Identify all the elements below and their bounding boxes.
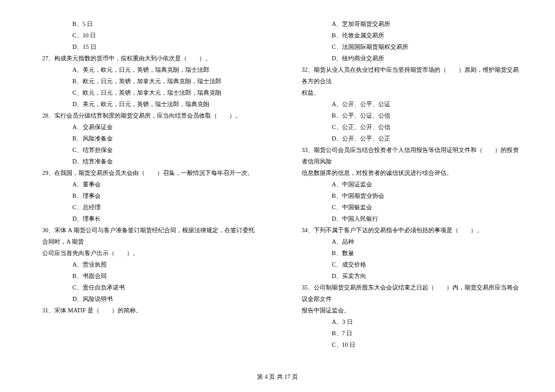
question-32-cont: 权益。 xyxy=(296,87,519,98)
option-text: D、中国人民银行 xyxy=(296,213,519,224)
question-35-cont: 报告中国证监会。 xyxy=(296,305,519,316)
option-text: C、结算担保金 xyxy=(36,144,259,156)
left-column: B、5 日 C、10 日 D、15 日 27、构成美元指数的货币中，按权重由大到… xyxy=(30,18,278,368)
option-text: D、买卖方向 xyxy=(296,270,519,282)
option-text: D、纽约商业交易所 xyxy=(296,52,519,64)
question-34: 34、下列不属于客户下达的交易指令中必须包括的事项是（ ）。 xyxy=(296,224,519,236)
question-28: 28、实行会员分级结算制度的期货交易所，应当向结算会员收取（ ）。 xyxy=(36,110,259,121)
option-text: A、3 日 xyxy=(296,316,519,327)
option-text: C、10 日 xyxy=(36,30,259,41)
question-32: 32、期货从业人员在执业过程中应当坚持期货市场的（ ）原则，维护期货交易各方的合… xyxy=(296,64,519,87)
option-text: B、欧元，日元，英镑，加拿大元，瑞典克朗，瑞士法郎 xyxy=(36,75,259,87)
page-content: B、5 日 C、10 日 D、15 日 27、构成美元指数的货币中，按权重由大到… xyxy=(30,18,525,368)
option-text: B、7 日 xyxy=(296,327,519,339)
option-text: C、责任自负承诺书 xyxy=(36,282,259,293)
option-text: B、公平、公证、公信 xyxy=(296,110,519,121)
question-35: 35、公司制期货交易所股东大会会议结束之日起（ ）内，期货交易所应当将会议全部文… xyxy=(296,282,519,305)
question-27: 27、构成美元指数的货币中，按权重由大到小依次是（ ）。 xyxy=(36,52,259,64)
option-text: C、总经理 xyxy=(36,201,259,213)
option-text: B、风险准备金 xyxy=(36,133,259,144)
option-text: B、理事会 xyxy=(36,190,259,201)
option-text: D、结算准备金 xyxy=(36,156,259,167)
option-text: C、欧元，日元，英镑，加拿大元，瑞士法郎，瑞典克朗 xyxy=(36,87,259,98)
option-text: D、风险说明书 xyxy=(36,293,259,305)
option-text: C、法国国际期货期权交易所 xyxy=(296,41,519,52)
question-31: 31、宋体 MATIF 是（ ）的简称。 xyxy=(36,305,259,316)
option-text: D、美元，欧元，日元，英镑，瑞士法郎，瑞典克朗 xyxy=(36,98,259,110)
option-text: B、5 日 xyxy=(36,18,259,30)
option-text: A、营业执照 xyxy=(36,259,259,270)
option-text: C、成交价格 xyxy=(296,259,519,270)
option-text: C、10 日 xyxy=(296,339,519,350)
option-text: B、中国期货业协会 xyxy=(296,190,519,201)
option-text: A、品种 xyxy=(296,236,519,247)
option-text: D、公开、公平、公正 xyxy=(296,133,519,144)
option-text: B、数量 xyxy=(296,247,519,259)
option-text: A、美元，欧元，日元，英镑，瑞典克朗，瑞士法郎 xyxy=(36,64,259,75)
right-column: A、芝加哥期货交易所 B、伦敦金属交易所 C、法国国际期货期权交易所 D、纽约商… xyxy=(278,18,525,368)
option-text: D、15 日 xyxy=(36,41,259,52)
option-text: B、伦敦金属交易所 xyxy=(296,30,519,41)
question-30-cont: 公司应当首先向客户出示（ ）。 xyxy=(36,247,259,259)
option-text: A、董事会 xyxy=(36,179,259,190)
option-text: C、公正、公开、公信 xyxy=(296,121,519,133)
question-33-cont: 信息数据库的信息，对投资者的诚信状况进行综合评估。 xyxy=(296,167,519,179)
option-text: D、理事长 xyxy=(36,213,259,224)
question-33: 33、期货公司会员应当结合投资者个人信用报告等信用证明文件和（ ）的投资者信用风… xyxy=(296,144,519,167)
option-text: A、中国证监会 xyxy=(296,179,519,190)
option-text: B、书面合同 xyxy=(36,270,259,282)
option-text: A、公开、公平、公证 xyxy=(296,98,519,110)
option-text: A、交易保证金 xyxy=(36,121,259,133)
page-footer: 第 4 页 共 17 页 xyxy=(0,373,555,381)
option-text: A、芝加哥期货交易所 xyxy=(296,18,519,30)
option-text: C、中国银监会 xyxy=(296,201,519,213)
question-29: 29、在我国，期货交易所会员大会由（ ）召集，一般情况下每年召开一次。 xyxy=(36,167,259,179)
question-30: 30、宋体 A 期货公司与客户准备签订期货经纪合同，根据法律规定，在签订委托合同… xyxy=(36,224,259,247)
